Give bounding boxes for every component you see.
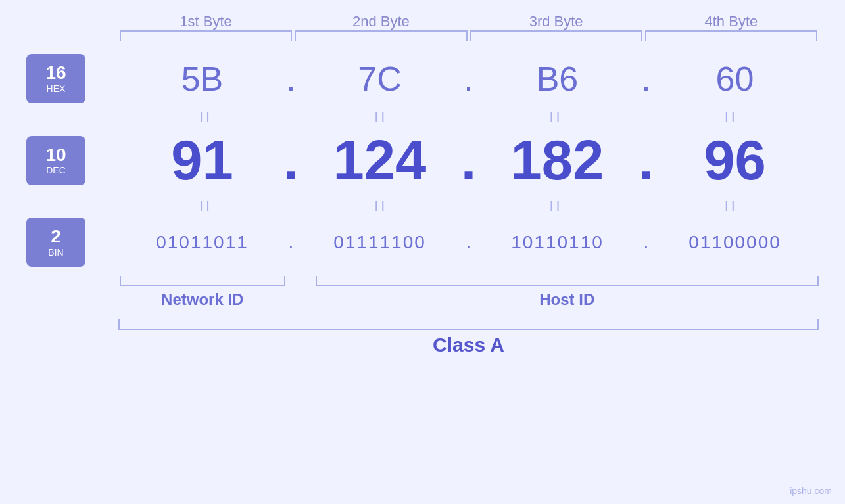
equals-8: II: [644, 198, 819, 215]
bracket-1: [120, 30, 292, 41]
byte-header-3: 3rd Byte: [469, 13, 644, 30]
equals-7: II: [469, 198, 644, 215]
hex-byte-1: 5B: [127, 59, 278, 99]
dec-byte-1: 91: [127, 128, 278, 193]
dec-values-row: 91 . 124 . 182 . 96: [118, 128, 819, 193]
bin-base-label: BIN: [48, 247, 63, 258]
equals-6: II: [293, 198, 468, 215]
hex-values-row: 5B . 7C . B6 . 60: [118, 59, 819, 99]
dec-base-num: 10: [45, 145, 66, 166]
hex-base-num: 16: [45, 63, 66, 83]
equals-1: II: [118, 108, 293, 126]
dec-base-label: DEC: [46, 165, 66, 175]
bin-byte-4: 01100000: [660, 232, 811, 253]
byte-header-2: 2nd Byte: [293, 13, 468, 30]
dec-byte-2: 124: [304, 128, 456, 193]
equals-5: II: [118, 198, 293, 215]
class-a-label: Class A: [118, 334, 819, 356]
bin-byte-1: 01011011: [127, 232, 278, 253]
bracket-4: [645, 30, 817, 41]
bin-values-row: 01011011 . 01111100 . 10110110 . 0110000…: [118, 232, 819, 253]
watermark: ipshu.com: [790, 486, 832, 496]
equals-3: II: [469, 108, 644, 126]
dot-bin-2: .: [456, 232, 482, 253]
class-bracket: [118, 319, 819, 330]
dot-hex-1: .: [278, 59, 304, 99]
bin-label-box: 2 BIN: [26, 218, 85, 267]
bottom-bracket-host: [316, 276, 819, 286]
hex-label-box: 16 HEX: [26, 54, 85, 103]
dec-byte-4: 96: [660, 128, 811, 193]
hex-byte-4: 60: [660, 59, 811, 99]
dot-dec-2: .: [456, 128, 482, 193]
dot-dec-1: .: [278, 128, 304, 193]
bin-byte-2: 01111100: [304, 232, 456, 253]
bin-base-num: 2: [51, 227, 61, 247]
bottom-bracket-network: [120, 276, 285, 286]
dot-bin-3: .: [633, 232, 660, 253]
byte-header-1: 1st Byte: [118, 13, 293, 30]
bin-byte-3: 10110110: [482, 232, 633, 253]
dot-hex-3: .: [633, 59, 660, 99]
hex-byte-3: B6: [482, 59, 633, 99]
network-id-label: Network ID: [120, 290, 285, 309]
host-id-label: Host ID: [315, 290, 819, 309]
equals-2: II: [293, 108, 468, 126]
bracket-2: [295, 30, 467, 41]
dec-label-box: 10 DEC: [26, 136, 85, 185]
bracket-3: [470, 30, 642, 41]
dot-hex-2: .: [456, 59, 482, 99]
dot-dec-3: .: [633, 128, 660, 193]
equals-4: II: [644, 108, 819, 126]
hex-base-label: HEX: [47, 83, 66, 94]
dot-bin-1: .: [278, 232, 304, 253]
hex-byte-2: 7C: [304, 59, 456, 99]
byte-header-4: 4th Byte: [644, 13, 819, 30]
dec-byte-3: 182: [482, 128, 633, 193]
